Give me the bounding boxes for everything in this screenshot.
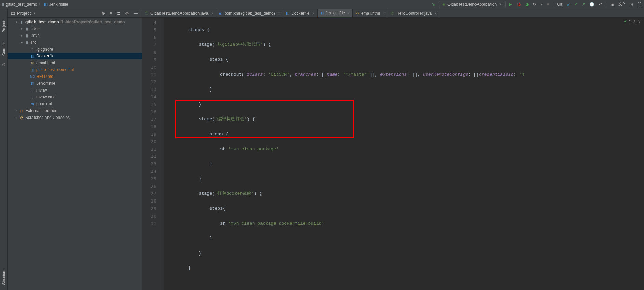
class-icon: Ⓒ (391, 11, 394, 16)
root-name: gitlab_test_demo (25, 19, 59, 24)
select-file-icon[interactable]: ⊕ (101, 10, 106, 16)
breadcrumb-project[interactable]: ▮ gitlab_test_demo (2, 2, 37, 7)
update-icon[interactable]: ↙ (566, 1, 571, 8)
run-icon[interactable]: ▶ (508, 1, 513, 8)
coverage-icon[interactable]: ◕ (525, 1, 529, 8)
html-icon: <> (30, 61, 35, 65)
tree-pom[interactable]: mpom.xml (8, 100, 142, 107)
docker-icon: ◧ (286, 11, 289, 15)
problem-count: 1 (629, 19, 631, 24)
tree-external-libs[interactable]: ▸⫿⫿External Libraries (8, 107, 142, 114)
tree-label: HELP.md (36, 74, 53, 79)
expand-icon[interactable]: ⛶ (636, 1, 642, 8)
tab-label: Jenkinsfile (326, 11, 345, 15)
md-icon: MD (30, 75, 35, 78)
chevron-right-icon: ▸ (21, 27, 23, 30)
library-icon: ⫿⫿ (19, 109, 24, 113)
tree-label: mvnw.cmd (36, 95, 56, 99)
tab-gitlabtestdemoapplication[interactable]: ⒸGitlabTestDemoApplication.java× (142, 9, 216, 17)
check-icon: ✔ (624, 19, 627, 24)
folder-icon: ▮ (25, 33, 29, 38)
tree-mvnw[interactable]: ▯mvnw (8, 87, 142, 94)
tree-mvn-folder[interactable]: ▸▮.mvn (8, 32, 142, 39)
tree-label: pom.xml (36, 101, 52, 106)
jenkins-icon: ◧ (30, 81, 35, 86)
tab-pom[interactable]: mpom.xml (gitlab_test_demo)× (216, 9, 283, 17)
chevron-right-icon: ▸ (21, 34, 23, 37)
chevron-down-icon[interactable]: ∨ (638, 19, 641, 24)
code-editor[interactable]: 4567891011121314151617181920212223242526… (142, 18, 644, 290)
tree-jenkinsfile[interactable]: ◧Jenkinsfile (8, 80, 142, 87)
commit-tool-tab[interactable]: Commit (2, 43, 6, 56)
build-icon[interactable]: ↘ (431, 1, 436, 8)
tree-emailhtml[interactable]: <>email.html (8, 59, 142, 66)
expand-all-icon[interactable]: ≡ (109, 10, 113, 16)
translate-icon[interactable]: 文A (618, 1, 626, 8)
chevron-down-icon: ▼ (499, 3, 502, 6)
tree-gitignore[interactable]: ▯.gitignore (8, 46, 142, 53)
tab-label: GitlabTestDemoApplication.java (150, 11, 208, 16)
close-icon[interactable]: × (434, 11, 437, 15)
tree-label: .idea (31, 26, 40, 31)
tree-iml[interactable]: ◫gitlab_test_demo.iml (8, 66, 142, 73)
chevron-down-icon: ▾ (15, 20, 18, 24)
tree-label: Scratches and Consoles (25, 115, 70, 120)
close-icon[interactable]: × (383, 11, 385, 15)
close-icon[interactable]: × (312, 11, 314, 15)
close-icon[interactable]: × (278, 11, 280, 15)
tab-dockerfile[interactable]: ◧Dockerfile× (283, 9, 318, 17)
hide-icon[interactable]: — (133, 10, 138, 16)
tree-scratches[interactable]: ▸◔Scratches and Consoles (8, 114, 142, 121)
structure-tool-tab[interactable]: Structure (2, 270, 6, 285)
separator (606, 1, 606, 8)
debug-icon[interactable]: 🐞 (515, 1, 522, 8)
root-path: D:\IdeaProjects\gitlab_test_demo (60, 19, 125, 24)
file-icon: ▯ (30, 47, 35, 52)
tab-label: HelloController.java (396, 11, 432, 16)
tab-email[interactable]: <>email.html× (353, 9, 388, 17)
maven-icon: m (219, 11, 223, 15)
tree-dockerfile[interactable]: ◧Dockerfile (8, 53, 142, 59)
tree-src-folder[interactable]: ▸▮src (8, 39, 142, 46)
chevron-up-icon[interactable]: ∧ (633, 19, 636, 24)
close-icon[interactable]: × (348, 11, 350, 15)
attach-icon[interactable]: ▾ (540, 1, 543, 8)
vcs-icon[interactable]: ∅ (2, 62, 5, 67)
stop-icon: ■ (546, 1, 550, 8)
tab-jenkinsfile[interactable]: ◧Jenkinsfile× (318, 9, 353, 17)
search-everywhere-icon[interactable]: ◳ (629, 1, 634, 8)
tree-idea-folder[interactable]: ▸▮.idea (8, 25, 142, 32)
rollback-icon[interactable]: ↶ (598, 1, 603, 8)
editor-tabs: ⒸGitlabTestDemoApplication.java× mpom.xm… (142, 9, 644, 18)
collapse-icon[interactable]: ≣ (116, 10, 121, 16)
close-icon[interactable]: × (211, 11, 213, 15)
tree-help[interactable]: MDHELP.md (8, 73, 142, 80)
iml-icon: ◫ (30, 68, 35, 72)
push-icon[interactable]: ↗ (581, 1, 586, 8)
project-panel-title[interactable]: ▤ Project ▼ (11, 11, 36, 16)
history-icon[interactable]: 🕑 (589, 1, 595, 8)
project-root[interactable]: ▾ ▮ gitlab_test_demo D:\IdeaProjects\git… (8, 18, 142, 25)
breadcrumb: ▮ gitlab_test_demo 〉 ◧ Jenkinsfile (2, 1, 68, 7)
chevron-down-icon: ▼ (33, 12, 36, 15)
project-tool-tab[interactable]: Project (2, 21, 6, 32)
profile-icon[interactable]: ⟳ (532, 1, 537, 8)
file-icon: ▯ (30, 88, 35, 93)
tree-label: .gitignore (36, 47, 53, 52)
tab-hellocontroller[interactable]: ⒸHelloController.java× (388, 9, 440, 17)
jenkins-icon: ◧ (320, 11, 324, 15)
commit-icon[interactable]: ✔ (574, 1, 578, 8)
code-body[interactable]: stages { stage('从gitlab中拉取代码') { steps {… (164, 18, 644, 290)
project-panel: ▤ Project ▼ ⊕ ≡ ≣ ⚙ — ▾ ▮ gitlab_test_de… (8, 9, 142, 290)
gear-icon[interactable]: ⚙ (124, 10, 130, 16)
inspection-widget[interactable]: ✔ 1 ∧ ∨ (624, 19, 641, 24)
ide-settings-icon[interactable]: ▣ (610, 1, 615, 8)
breadcrumb-project-label: gitlab_test_demo (6, 2, 37, 7)
spring-icon: ◉ (442, 2, 445, 6)
left-tool-strip: Project Commit ∅ Structure (0, 9, 8, 290)
run-config-label: GitlabTestDemoApplication (447, 2, 497, 7)
line-number-gutter: 4567891011121314151617181920212223242526… (142, 18, 159, 290)
run-config-selector[interactable]: ◉ GitlabTestDemoApplication ▼ (439, 1, 506, 8)
breadcrumb-file[interactable]: ◧ Jenkinsfile (44, 2, 68, 7)
tree-mvnwcmd[interactable]: ▯mvnw.cmd (8, 94, 142, 100)
